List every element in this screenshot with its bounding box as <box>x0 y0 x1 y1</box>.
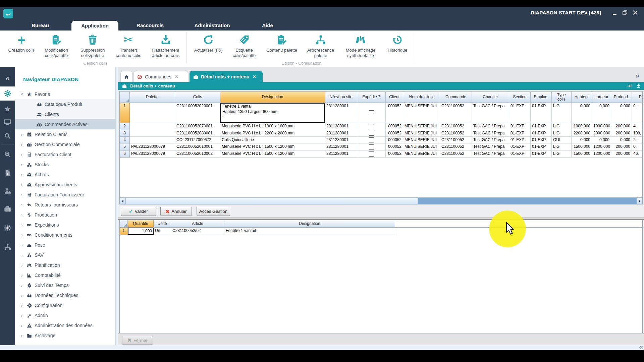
ribbon-actualiser[interactable]: Actualiser (F5) <box>190 33 227 53</box>
cell-designation[interactable]: Menuiserie PVC H x L : 1500 x 1200 mm <box>220 150 325 158</box>
cell-emplac[interactable]: 01-EXP <box>531 137 552 143</box>
cell-quantite-focused[interactable]: 1,000 <box>128 228 154 235</box>
cell-nevt[interactable]: 2311280001 <box>325 143 357 150</box>
cell-commande[interactable]: C231100052 <box>440 143 472 150</box>
cell-commande[interactable]: C231100052 <box>440 123 472 130</box>
cell-type-colis[interactable]: LIG <box>552 123 572 130</box>
tab-commandes[interactable]: Commandes ✕ <box>133 71 188 82</box>
search-icon[interactable] <box>0 130 15 142</box>
cell-chantier[interactable]: Test GAC / Prepa <box>472 130 509 137</box>
tab-detail-colis-contenu[interactable]: Détail colis + contenu ✕ <box>190 71 263 82</box>
cell-colis[interactable]: COL231127000672 <box>175 137 220 143</box>
column-header[interactable]: N°evt ou site <box>325 92 357 103</box>
cell-client[interactable]: 000052 <box>386 103 403 123</box>
sidebar-item-relation-clients[interactable]: ›Relation Clients <box>15 129 116 139</box>
column-header[interactable]: Colis <box>175 92 220 103</box>
cell-type-colis[interactable]: QUI <box>552 137 572 143</box>
cell-palette[interactable] <box>130 130 175 137</box>
sidebar-item-sav[interactable]: ›SAV <box>15 250 116 260</box>
pane-splitter[interactable] <box>118 218 644 220</box>
column-header-selected[interactable]: Désignation <box>220 92 325 103</box>
tab-home[interactable] <box>120 71 132 82</box>
column-header[interactable]: Palette <box>130 92 175 103</box>
cell-poids[interactable]: 108, <box>632 130 643 137</box>
cell-largeur[interactable]: 1200,000 <box>592 150 611 158</box>
cell-nevt[interactable]: 2311280001 <box>325 137 357 143</box>
close-tab-icon[interactable]: ✕ <box>175 74 178 79</box>
cell-nom-client[interactable]: MENUISERIE JUI <box>403 137 440 143</box>
cell-hauteur[interactable]: 2200,000 <box>572 130 592 137</box>
cell-profond[interactable]: 200,000 <box>611 123 632 130</box>
sidebar-item-conditionnements[interactable]: ›Conditionnements <box>15 230 116 240</box>
sidebar-item-facturation-fournisseur[interactable]: ›Facturation Fournisseur <box>15 190 116 200</box>
checkbox-unchecked[interactable] <box>369 144 374 149</box>
cell-poids[interactable]: 4, <box>632 123 643 130</box>
navigator-scrollbar[interactable] <box>115 67 118 345</box>
cell-hauteur[interactable]: 0,000 <box>572 137 592 143</box>
column-header[interactable]: Type colis <box>552 92 572 103</box>
column-header[interactable]: Expédié ? <box>357 92 386 103</box>
cell-poids[interactable]: 2, <box>632 137 643 143</box>
menu-tab-bureau[interactable]: Bureau <box>20 20 60 31</box>
column-header[interactable]: Désignation <box>224 220 395 227</box>
cell-expedie[interactable] <box>357 103 386 123</box>
ribbon-historique[interactable]: Historique <box>382 33 413 53</box>
search-location-icon[interactable] <box>0 148 15 160</box>
cell-section[interactable]: 01-EXP <box>509 143 531 150</box>
sidebar-item-approvisionnements[interactable]: ›Approvisionnements <box>15 180 116 190</box>
cell-chantier[interactable]: Test GAC / Prepa <box>472 103 509 123</box>
cell-emplac[interactable]: 01-EXP <box>531 143 552 150</box>
cell-expedie[interactable] <box>357 123 386 130</box>
cell-nevt[interactable]: 2311280001 <box>325 130 357 137</box>
cell-section[interactable]: 01-EXP <box>509 150 531 158</box>
cell-commande[interactable]: C231100052 <box>440 103 472 123</box>
cell-largeur[interactable]: 0,000 <box>592 103 611 123</box>
gear-icon[interactable] <box>0 222 15 234</box>
cell-nevt[interactable]: 2311280001 <box>325 123 357 130</box>
restore-button[interactable] <box>623 10 629 16</box>
cell-largeur[interactable]: 2000,000 <box>592 130 611 137</box>
scrollbar-thumb[interactable] <box>125 198 418 204</box>
cell-profond[interactable]: 0,000 <box>611 103 632 123</box>
modules-gear-icon[interactable] <box>0 86 15 101</box>
cell-profond[interactable]: 200,000 <box>611 143 632 150</box>
cell-client[interactable]: 000052 <box>386 137 403 143</box>
monitor-icon[interactable] <box>0 116 15 128</box>
cell-hauteur[interactable]: 1000,000 <box>572 123 592 130</box>
cell-type-colis[interactable]: LIG <box>552 143 572 150</box>
cell-unite[interactable]: Un <box>154 228 171 235</box>
checkbox-unchecked[interactable] <box>369 152 374 157</box>
scroll-left-arrow[interactable] <box>120 198 125 204</box>
ribbon-modification-colis[interactable]: Modification colis/palette <box>38 33 74 59</box>
cell-section[interactable]: 01-EXP <box>509 123 531 130</box>
cell-nevt[interactable]: 2311280001 <box>325 150 357 158</box>
ribbon-suppression-colis[interactable]: Suppression colis/palette <box>74 33 111 59</box>
cell-section[interactable]: 01-EXP <box>509 103 531 123</box>
cell-client[interactable]: 000052 <box>386 143 403 150</box>
acces-gestion-button[interactable]: Accès Gestion <box>197 207 230 216</box>
cell-hauteur[interactable]: 0,000 <box>572 103 592 123</box>
cell-designation[interactable]: Menuiserie PVC H x L : 1500 x 1200 mm <box>220 143 325 150</box>
cell-designation[interactable]: Menuiserie PVC H x L : 1000 x 1000 mm <box>220 123 325 130</box>
sidebar-item-suivi-des-temps[interactable]: ›Suivi des Temps <box>15 280 116 290</box>
cell-nom-client[interactable]: MENUISERIE JUI <box>403 123 440 130</box>
cell-nevt[interactable]: 2311280001 <box>325 103 357 123</box>
sidebar-item-donnees-techniques[interactable]: ›Données Techniques <box>15 290 116 300</box>
cell-profond[interactable]: 200,000 <box>611 150 632 158</box>
sidebar-item-stocks[interactable]: ›Stocks <box>15 160 116 170</box>
collapse-sidebar-icon[interactable]: « <box>0 72 15 84</box>
cell-palette[interactable]: PAL231128000679 <box>130 150 175 158</box>
sidebar-item-gestion-commerciale[interactable]: ›Gestion Commerciale <box>15 139 116 149</box>
ribbon-transfert-contenu[interactable]: ✂ Transfert contenu colis <box>111 33 146 59</box>
row-number[interactable]: 5 <box>120 143 130 150</box>
ribbon-rattachement-article[interactable]: Rattachement article au colis <box>146 33 185 59</box>
ribbon-creation-colis[interactable]: + Création colis <box>5 33 38 53</box>
cell-nom-client[interactable]: MENUISERIE JUI <box>403 103 440 123</box>
cell-expedie[interactable] <box>357 130 386 137</box>
tab-overflow-icon[interactable]: » <box>636 72 639 79</box>
annuler-button[interactable]: ✖Annuler <box>160 207 192 216</box>
cell-palette[interactable] <box>130 137 175 143</box>
checkbox-unchecked[interactable] <box>369 124 374 129</box>
column-header[interactable]: Profond. <box>611 92 632 103</box>
cell-colis[interactable]: C231100052010002 <box>175 150 220 158</box>
